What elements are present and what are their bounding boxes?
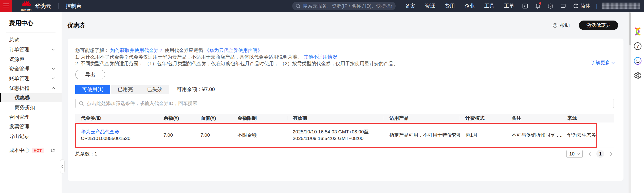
total-count: 总条数：1: [75, 151, 97, 157]
sidebar-item-coupons[interactable]: 优惠券: [0, 93, 62, 102]
next-page-button[interactable]: [608, 151, 614, 157]
export-button[interactable]: 导出: [75, 70, 105, 79]
column-header[interactable]: 代金券/ID: [75, 115, 158, 121]
hamburger-menu-button[interactable]: [0, 0, 12, 12]
column-header[interactable]: 面值(¥): [195, 115, 232, 121]
menu-tools[interactable]: 工具: [484, 3, 494, 9]
cell-source: 华为云生态券: [562, 132, 614, 138]
sidebar-dashed-divider: [6, 143, 56, 143]
coupon-id: CP2510100855001530: [81, 135, 158, 142]
column-header[interactable]: 有效期: [287, 115, 384, 121]
sidebar-item-funds[interactable]: 资金管理: [0, 64, 62, 74]
how-to-get-coupons-link[interactable]: 如何获取并使用代金券？: [110, 48, 163, 53]
feedback-icon[interactable]: [560, 3, 566, 9]
chevron-left-icon: [588, 152, 591, 156]
sidebar-item-overview[interactable]: 总览: [0, 35, 62, 45]
column-header[interactable]: 余额(¥): [158, 115, 195, 121]
cell-amount-limit: 不限金额: [232, 132, 287, 138]
notice-block: 您可能想了解： 如何获取并使用代金券？ 使用代金券应遵循 《华为云代金券使用声明…: [75, 47, 614, 67]
topbar-separator: |: [596, 3, 597, 9]
help-question-icon[interactable]: ?: [633, 41, 642, 51]
prev-page-button[interactable]: [587, 151, 592, 157]
huawei-logo[interactable]: HUAWEI: [21, 1, 32, 11]
scrollbar-thumb[interactable]: [629, 12, 631, 45]
external-link-icon: [51, 148, 55, 152]
huawei-flower-icon: [22, 1, 31, 9]
column-header[interactable]: 金额限制: [232, 115, 287, 121]
page-header-actions: ? 帮助 激活优惠券: [552, 21, 618, 30]
column-header[interactable]: 来源: [562, 115, 614, 121]
svg-text:?: ?: [636, 44, 639, 49]
global-search-input[interactable]: [292, 2, 396, 10]
sidebar-item-cost-center[interactable]: 成本中心 HOT: [0, 145, 62, 155]
coupon-statement-link[interactable]: 《华为云代金券使用声明》: [205, 48, 262, 53]
column-header[interactable]: 适用产品: [384, 115, 460, 121]
chevron-down-icon: [611, 62, 615, 64]
global-search[interactable]: [292, 2, 396, 10]
activate-coupon-button[interactable]: 激活优惠券: [579, 21, 618, 30]
column-header[interactable]: 备注: [506, 115, 562, 121]
language-switcher[interactable]: 简体: [573, 3, 591, 9]
column-header[interactable]: 计费模式: [460, 115, 506, 121]
help-link[interactable]: ? 帮助: [552, 22, 570, 29]
svg-text:?: ?: [549, 4, 551, 8]
tab-expired[interactable]: 已失效: [140, 85, 169, 94]
filter-search-input[interactable]: [75, 99, 614, 108]
notification-badge-dot: [539, 2, 541, 5]
sidebar-item-contracts[interactable]: 合同管理: [0, 112, 62, 122]
user-account-blurred[interactable]: [602, 3, 640, 9]
console-link[interactable]: 控制台: [66, 3, 82, 10]
sidebar-collapse-toggle[interactable]: [60, 159, 65, 173]
main-content: 优惠券 ? 帮助 激活优惠券 您可能想了解： 如何获取并使用代金券？ 使用代金券…: [62, 12, 629, 193]
page-size-select[interactable]: 10: [566, 150, 583, 158]
cell-applicable-products: 指定产品可用，不可用于特价套餐，...: [384, 132, 460, 138]
sidebar-item-commercial-discounts[interactable]: 商务折扣: [0, 102, 62, 112]
tab-available[interactable]: 可使用(1): [75, 85, 110, 94]
learn-more-link[interactable]: 了解更多: [591, 59, 615, 66]
menu-enterprise[interactable]: 企业: [465, 3, 475, 9]
other-inapplicable-cases-link[interactable]: 其他不适用情况: [303, 54, 337, 60]
notifications-bell-icon[interactable]: [535, 3, 541, 9]
sidebar-item-orders[interactable]: 订单管理: [0, 45, 62, 54]
sidebar-item-export-records[interactable]: 导出记录: [0, 131, 62, 141]
menu-beian[interactable]: 备案: [405, 3, 415, 9]
table-footer: 总条数：1 10 1: [75, 150, 614, 158]
sidebar: 费用中心 总览 订单管理 资源包 资金管理 账单管理 优惠折扣: [0, 12, 62, 193]
filter-search[interactable]: [75, 99, 614, 108]
search-icon: [296, 4, 301, 9]
menu-tickets[interactable]: 工单: [504, 3, 514, 9]
menu-resources[interactable]: 资源: [425, 3, 435, 9]
pagination: 10 1: [566, 150, 614, 158]
table-row[interactable]: 华为云产品代金券 CP2510100855001530 7.00 7.00 不限…: [75, 122, 614, 148]
page-title: 优惠券: [67, 21, 86, 29]
chevron-down-icon: [52, 68, 55, 70]
menu-billing[interactable]: 费用: [445, 3, 455, 9]
topbar-menu: 备案 资源 费用 企业 工具 工单: [405, 3, 514, 9]
settings-gear-icon[interactable]: [633, 71, 642, 80]
status-tabs: 可使用(1) 已用完 已失效 可用余额：¥7.00: [75, 85, 614, 94]
page-header: 优惠券 ? 帮助 激活优惠券: [62, 12, 629, 39]
extension-logo-icon[interactable]: [633, 27, 642, 36]
sidebar-item-invoices[interactable]: 发票管理: [0, 122, 62, 131]
vertical-scrollbar[interactable]: [629, 12, 631, 193]
help-question-icon[interactable]: ?: [547, 3, 554, 9]
tab-used-up[interactable]: 已用完: [111, 85, 140, 94]
sidebar-item-discounts[interactable]: 优惠折扣: [0, 83, 62, 93]
sidebar-item-bills[interactable]: 账单管理: [0, 74, 62, 83]
chevron-down-icon: [52, 48, 55, 50]
topbar-icons: ?: [522, 3, 566, 9]
svg-text:?: ?: [554, 24, 556, 27]
coupons-card: 您可能想了解： 如何获取并使用代金券？ 使用代金券应遵循 《华为云代金券使用声明…: [68, 39, 623, 181]
huawei-wordmark: HUAWEI: [21, 9, 32, 11]
cell-balance: 7.00: [158, 132, 195, 138]
help-question-icon: ?: [552, 23, 558, 28]
brand-name[interactable]: 华为云: [35, 3, 51, 10]
cli-terminal-icon[interactable]: [522, 3, 528, 9]
cell-face-value: 7.00: [195, 132, 232, 138]
current-page-button[interactable]: 1: [596, 150, 604, 158]
feedback-smiley-icon[interactable]: [633, 56, 642, 66]
table-header: 代金券/ID 余额(¥) 面值(¥) 金额限制 有效期 适用产品 计费模式 备注…: [75, 114, 614, 122]
sidebar-item-resource-packages[interactable]: 资源包: [0, 54, 62, 64]
coupon-name-link[interactable]: 华为云产品代金券: [81, 129, 158, 135]
topbar: HUAWEI 华为云 控制台 备案 资源 费用 企业 工具 工单: [0, 0, 644, 12]
